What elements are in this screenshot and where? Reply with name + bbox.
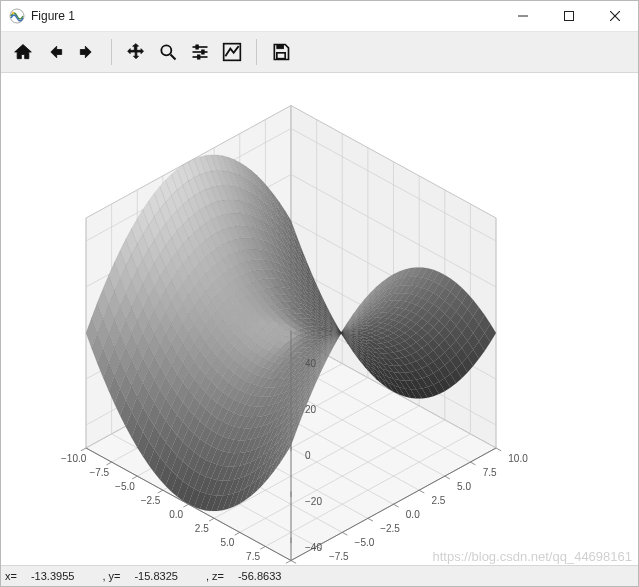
titlebar[interactable]: Figure 1	[1, 1, 638, 32]
svg-line-1398	[470, 462, 475, 465]
svg-line-1370	[132, 476, 137, 479]
svg-text:20: 20	[305, 404, 317, 415]
svg-text:7.5: 7.5	[246, 551, 260, 562]
svg-line-1372	[158, 490, 163, 493]
arrow-left-icon	[45, 42, 65, 62]
svg-text:−20: −20	[305, 496, 322, 507]
svg-text:40: 40	[305, 358, 317, 369]
svg-text:5.0: 5.0	[220, 537, 234, 548]
svg-line-1374	[183, 504, 188, 507]
svg-rect-13	[198, 55, 201, 59]
svg-text:−2.5: −2.5	[380, 523, 400, 534]
svg-rect-15	[277, 45, 284, 49]
svg-text:−5.0: −5.0	[355, 537, 375, 548]
maximize-button[interactable]	[546, 1, 592, 31]
arrow-right-icon	[77, 42, 97, 62]
back-button[interactable]	[40, 37, 70, 67]
status-x: x=-13.3955	[5, 570, 88, 582]
surface-plot-svg: −10.0−7.5−5.0−2.50.02.55.07.510.0−10.0−7…	[1, 73, 638, 565]
status-y: , y=-15.8325	[102, 570, 192, 582]
svg-text:2.5: 2.5	[195, 523, 209, 534]
sliders-icon	[190, 42, 210, 62]
pan-icon	[126, 42, 146, 62]
svg-line-1394	[419, 490, 424, 493]
edit-curve-button[interactable]	[217, 37, 247, 67]
home-icon	[13, 42, 33, 62]
toolbar-separator	[111, 39, 112, 65]
pan-button[interactable]	[121, 37, 151, 67]
svg-line-1396	[445, 476, 450, 479]
toolbar	[1, 32, 638, 73]
svg-line-1390	[368, 518, 373, 521]
window-buttons	[500, 1, 638, 31]
statusbar: x=-13.3955 , y=-15.8325 , z=-56.8633	[1, 565, 638, 586]
svg-rect-16	[277, 53, 285, 59]
svg-point-6	[161, 45, 171, 55]
save-icon	[271, 42, 291, 62]
svg-text:−7.5: −7.5	[89, 467, 109, 478]
toolbar-separator	[256, 39, 257, 65]
svg-line-1368	[107, 462, 112, 465]
svg-rect-3	[565, 12, 574, 21]
app-icon	[9, 8, 25, 24]
close-button[interactable]	[592, 1, 638, 31]
minimize-button[interactable]	[500, 1, 546, 31]
plot-canvas[interactable]: −10.0−7.5−5.0−2.50.02.55.07.510.0−10.0−7…	[1, 73, 638, 565]
svg-rect-11	[202, 50, 205, 54]
svg-line-1366	[81, 448, 86, 451]
svg-point-1	[12, 12, 14, 14]
svg-text:7.5: 7.5	[483, 467, 497, 478]
home-button[interactable]	[8, 37, 38, 67]
save-button[interactable]	[266, 37, 296, 67]
svg-text:−7.5: −7.5	[329, 551, 349, 562]
svg-line-1400	[496, 448, 501, 451]
status-z: , z=-56.8633	[206, 570, 296, 582]
svg-text:−10.0: −10.0	[61, 453, 87, 464]
svg-line-1384	[291, 561, 296, 564]
svg-rect-9	[196, 45, 199, 49]
svg-line-1376	[209, 518, 214, 521]
svg-text:−40: −40	[305, 542, 322, 553]
chart-line-icon	[222, 42, 242, 62]
svg-text:2.5: 2.5	[431, 495, 445, 506]
svg-line-7	[171, 55, 176, 60]
svg-line-1378	[235, 532, 240, 535]
window-frame: Figure 1	[0, 0, 639, 587]
svg-text:0.0: 0.0	[406, 509, 420, 520]
window-title: Figure 1	[31, 9, 500, 23]
svg-text:0.0: 0.0	[169, 509, 183, 520]
svg-line-1392	[394, 504, 399, 507]
zoom-icon	[158, 42, 178, 62]
svg-text:−2.5: −2.5	[141, 495, 161, 506]
svg-text:5.0: 5.0	[457, 481, 471, 492]
svg-text:0: 0	[305, 450, 311, 461]
svg-text:10.0: 10.0	[508, 453, 528, 464]
svg-line-1388	[342, 532, 347, 535]
zoom-button[interactable]	[153, 37, 183, 67]
svg-line-1382	[286, 561, 291, 564]
svg-line-1380	[260, 546, 265, 549]
svg-text:−5.0: −5.0	[115, 481, 135, 492]
configure-button[interactable]	[185, 37, 215, 67]
forward-button[interactable]	[72, 37, 102, 67]
